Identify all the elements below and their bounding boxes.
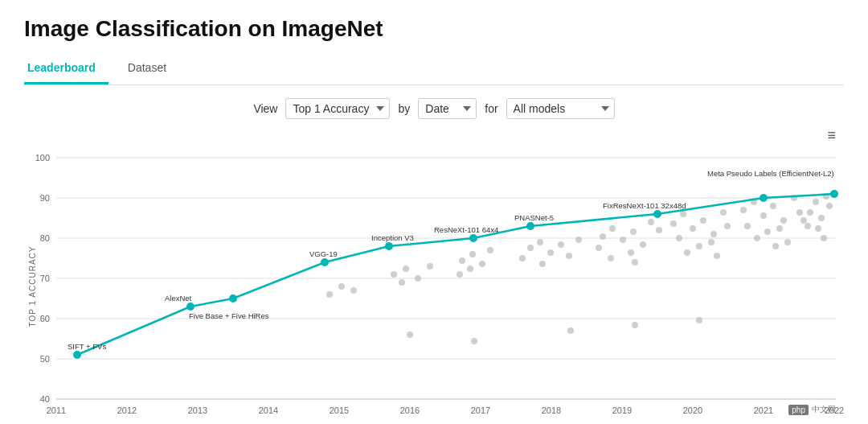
svg-point-104 [385,242,393,250]
svg-text:2012: 2012 [117,405,137,415]
svg-text:2021: 2021 [754,405,773,415]
chart-controls: View Top 1 Accuracy Top 5 Accuracy by Da… [24,98,844,119]
svg-point-41 [457,271,463,278]
svg-text:80: 80 [40,233,50,243]
svg-point-61 [670,220,677,227]
svg-point-82 [776,225,783,232]
svg-point-51 [609,225,616,232]
svg-point-84 [784,239,791,245]
svg-point-32 [403,266,409,272]
svg-text:100: 100 [35,153,50,163]
tab-bar: Leaderboard Dataset [24,55,844,85]
svg-point-39 [487,247,493,253]
svg-text:2020: 2020 [683,405,702,415]
svg-point-46 [566,253,572,259]
svg-point-56 [648,219,654,225]
svg-point-86 [772,243,779,249]
svg-text:2013: 2013 [188,405,207,415]
svg-text:FixResNeXt-101 32x48d: FixResNeXt-101 32x48d [603,201,686,210]
svg-text:2016: 2016 [400,405,420,415]
svg-point-64 [700,217,706,224]
svg-point-92 [826,203,833,209]
page-title: Image Classification on ImageNet [24,16,844,42]
svg-text:SIFT + FVs: SIFT + FVs [68,342,106,351]
svg-point-49 [539,261,546,267]
svg-point-66 [676,235,682,241]
svg-point-67 [720,209,727,216]
svg-point-63 [690,225,696,232]
svg-text:TOP 1 ACCURACY: TOP 1 ACCURACY [28,246,37,327]
svg-text:2011: 2011 [47,405,66,415]
dimension-select[interactable]: Date Year Month [418,98,477,119]
svg-point-70 [708,239,714,245]
svg-point-35 [399,279,405,286]
svg-point-28 [326,291,333,298]
svg-text:PNASNet-5: PNASNet-5 [514,213,554,222]
tab-dataset[interactable]: Dataset [125,55,179,84]
svg-point-102 [229,294,237,303]
svg-point-44 [547,249,554,256]
tab-leaderboard[interactable]: Leaderboard [24,55,108,84]
svg-point-81 [754,235,760,241]
svg-point-38 [479,261,485,267]
svg-point-95 [632,322,638,328]
svg-point-55 [596,245,602,251]
svg-point-58 [608,255,614,261]
svg-text:60: 60 [40,314,50,323]
svg-point-73 [740,207,747,213]
svg-point-37 [469,251,476,257]
svg-text:AlexNet: AlexNet [165,294,192,303]
svg-point-105 [469,234,477,242]
svg-point-90 [818,215,825,221]
svg-point-48 [575,237,582,243]
svg-point-52 [620,237,626,243]
metric-select[interactable]: Top 1 Accuracy Top 5 Accuracy [285,98,390,119]
svg-point-57 [628,249,634,256]
svg-point-96 [407,331,413,338]
svg-point-47 [519,255,526,261]
for-label: for [485,102,497,115]
hamburger-menu[interactable]: ≡ [827,127,836,144]
svg-text:ResNeXt-101 64x4: ResNeXt-101 64x4 [434,225,498,234]
svg-text:2017: 2017 [471,405,490,415]
svg-point-109 [830,190,838,198]
svg-point-93 [815,225,821,232]
svg-point-60 [656,227,662,233]
svg-point-78 [744,223,751,229]
watermark-php: php [788,405,809,415]
svg-text:2014: 2014 [259,405,278,415]
filter-select[interactable]: All models Paper with code No code [506,98,615,119]
chart-area: ≡ TOP 1 ACCURACY 40 50 60 70 80 90 100 [24,126,844,424]
svg-point-107 [653,210,661,218]
svg-point-45 [558,241,564,248]
svg-point-31 [391,271,397,278]
svg-point-80 [764,228,771,235]
by-label: by [398,102,410,115]
svg-text:Meta Pseudo Labels (EfficientN: Meta Pseudo Labels (EfficientNet-L2) [707,169,834,178]
svg-point-54 [640,241,646,248]
svg-text:Five Base + Five HiRes: Five Base + Five HiRes [189,311,269,320]
svg-point-91 [805,223,811,229]
scatter-chart: TOP 1 ACCURACY 40 50 60 70 80 90 100 201… [24,126,844,423]
svg-point-62 [680,211,686,217]
watermark-cn: 中文网 [812,404,836,415]
svg-point-42 [527,245,534,251]
svg-text:90: 90 [40,193,50,203]
svg-point-68 [696,243,702,249]
svg-point-30 [350,287,357,294]
svg-point-101 [186,303,194,311]
svg-point-87 [813,199,819,205]
svg-point-75 [760,212,767,219]
svg-text:2018: 2018 [542,405,561,415]
svg-point-77 [780,217,787,224]
svg-text:2019: 2019 [612,405,632,415]
svg-point-29 [338,283,345,290]
svg-point-36 [459,257,465,264]
svg-point-59 [632,259,638,266]
svg-point-43 [537,239,543,245]
svg-text:Inception V3: Inception V3 [371,233,414,242]
svg-point-34 [427,263,433,270]
svg-point-72 [714,253,720,259]
svg-point-40 [467,266,473,272]
svg-point-53 [630,228,637,235]
